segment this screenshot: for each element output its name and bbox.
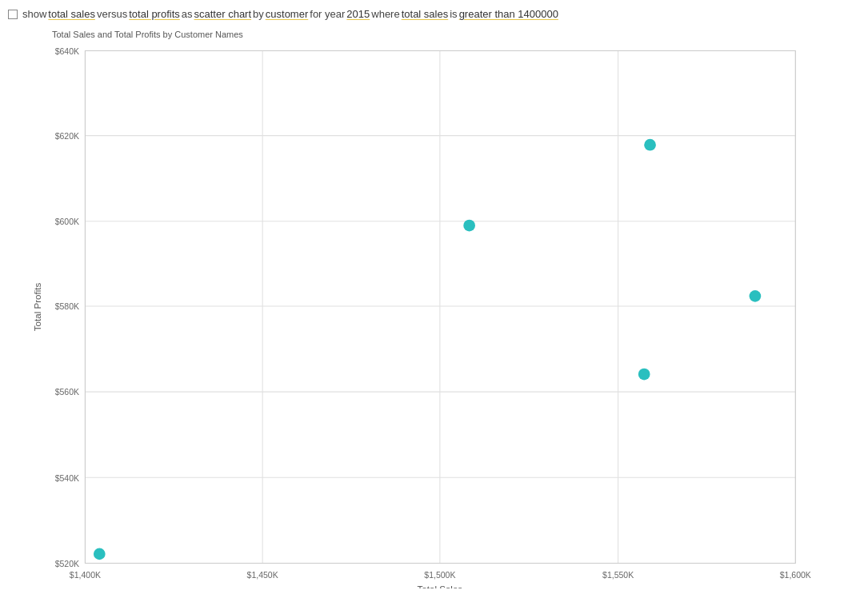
query-word-show: show: [22, 6, 46, 23]
query-word-as: as: [182, 6, 193, 23]
svg-text:$1,400K: $1,400K: [70, 570, 101, 580]
svg-text:$640K: $640K: [55, 46, 79, 56]
chart-area: Total Sales and Total Profits by Custome…: [0, 26, 868, 603]
query-link-total-profits[interactable]: total profits: [129, 6, 180, 23]
scatter-svg: $520K $540K $560K $580K $600K $620K $640…: [8, 42, 860, 588]
data-point-1: [94, 548, 106, 560]
svg-text:$1,550K: $1,550K: [602, 570, 634, 580]
query-word-is: is: [450, 6, 457, 23]
query-word-for-year: for year: [310, 6, 345, 23]
query-link-greater-than[interactable]: greater than 1400000: [459, 6, 558, 23]
query-link-total-sales-2[interactable]: total sales: [402, 6, 449, 23]
svg-text:$620K: $620K: [55, 131, 79, 141]
svg-text:Total Sales: Total Sales: [418, 584, 463, 588]
query-link-scatter-chart[interactable]: scatter chart: [194, 6, 252, 23]
svg-text:$1,450K: $1,450K: [247, 570, 278, 580]
query-word-where: where: [371, 6, 399, 23]
svg-text:$600K: $600K: [55, 217, 79, 226]
svg-text:$560K: $560K: [55, 387, 79, 397]
query-checkbox[interactable]: [8, 10, 18, 19]
svg-text:$580K: $580K: [55, 301, 79, 311]
query-word-versus: versus: [97, 6, 127, 23]
svg-text:$540K: $540K: [55, 472, 79, 482]
query-link-customer[interactable]: customer: [266, 6, 308, 23]
svg-text:Total Profits: Total Profits: [33, 282, 42, 331]
data-point-2: [463, 220, 475, 232]
query-word-by: by: [253, 6, 264, 23]
query-link-year[interactable]: 2015: [346, 6, 370, 23]
data-point-4: [638, 368, 650, 380]
data-point-5: [750, 290, 762, 302]
scatter-container: $520K $540K $560K $580K $600K $620K $640…: [8, 42, 860, 588]
query-link-total-sales[interactable]: total sales: [48, 6, 95, 23]
data-point-3: [644, 139, 656, 151]
svg-text:$1,500K: $1,500K: [424, 570, 455, 580]
chart-title: Total Sales and Total Profits by Custome…: [8, 30, 860, 39]
svg-text:$520K: $520K: [55, 558, 79, 568]
query-bar: show total sales versus total profits as…: [0, 0, 868, 26]
svg-text:$1,600K: $1,600K: [780, 570, 811, 580]
